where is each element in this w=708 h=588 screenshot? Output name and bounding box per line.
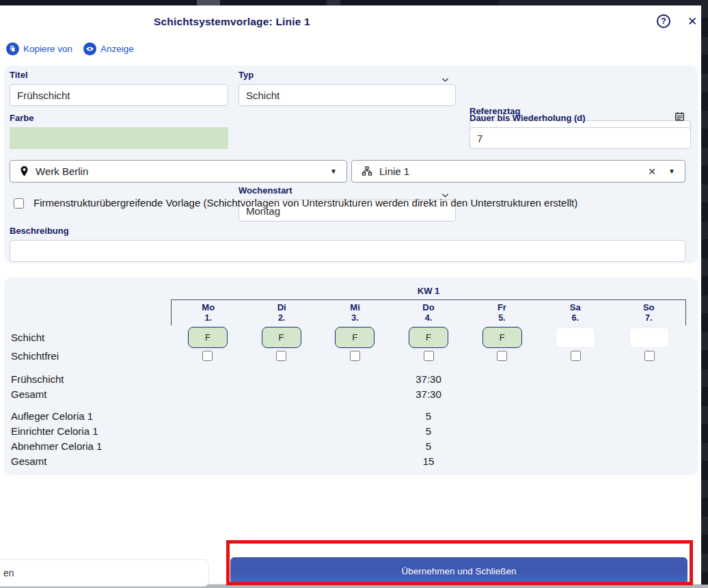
wochenstart-label: Wochenstart	[239, 185, 456, 196]
apply-and-close-button[interactable]: Übernehmen und Schließen	[230, 557, 687, 585]
staffing-row-value: 5	[171, 410, 686, 422]
shift-button-do[interactable]: F	[409, 327, 448, 348]
dauer-input[interactable]	[469, 127, 691, 149]
day-header-row: Mo 1. Di 2. Mi 3. Do 4. Fr 5. Sa 6.	[171, 299, 686, 325]
shiftfree-checkbox-mi[interactable]	[350, 351, 360, 361]
farbe-label: Farbe	[10, 113, 228, 123]
copy-from-label: Kopiere von	[23, 44, 72, 54]
shift-free-row	[171, 351, 686, 361]
shiftfree-checkbox-mo[interactable]	[202, 351, 213, 361]
shiftfree-checkbox-so[interactable]	[644, 351, 655, 361]
substructure-dropdown[interactable]: Linie 1 ✕ ▼	[351, 160, 685, 183]
hierarchy-icon	[362, 166, 372, 177]
titel-label: Titel	[10, 70, 228, 80]
field-titel: Titel	[10, 70, 228, 106]
staffing-row-value: 5	[171, 440, 686, 452]
field-typ: Typ	[239, 70, 456, 106]
color-swatch[interactable]	[10, 127, 228, 149]
display-button[interactable]: Anzeige	[83, 42, 134, 55]
day-header-fr: Fr 5.	[465, 300, 539, 325]
cross-structure-label: Firmenstrukturübergreifende Vorlage (Sch…	[33, 197, 577, 209]
copy-icon	[6, 42, 19, 55]
dropdown-arrow-icon: ▼	[330, 168, 337, 175]
field-farbe: Farbe	[10, 113, 228, 149]
shift-free-row-label: Schichtfrei	[11, 350, 59, 362]
dialog-title: Schichtsystemvorlage: Linie 1	[154, 16, 310, 28]
cross-structure-checkbox[interactable]	[14, 198, 24, 209]
shiftfree-checkbox-sa[interactable]	[571, 351, 581, 361]
beschreibung-label: Beschreibung	[10, 226, 685, 236]
schedule-panel: KW 1 Mo 1. Di 2. Mi 3. Do 4. Fr 5.	[4, 278, 698, 475]
week-header: KW 1	[171, 286, 686, 296]
dropdown-arrow-icon: ▼	[668, 168, 675, 175]
day-header-sa: Sa 6.	[539, 300, 612, 325]
hours-row-value: 37:30	[171, 373, 686, 385]
hours-total-value: 37:30	[171, 388, 686, 400]
day-header-so: So 7.	[612, 300, 685, 325]
day-header-mo: Mo 1.	[172, 300, 245, 325]
typ-select[interactable]	[239, 84, 456, 106]
shift-row-label: Schicht	[11, 332, 44, 343]
copy-from-button[interactable]: Kopiere von	[6, 42, 72, 55]
structure-value: Werk Berlin	[36, 165, 88, 177]
close-icon[interactable]: ✕	[685, 14, 700, 29]
display-label: Anzeige	[100, 44, 134, 54]
shift-button-fr[interactable]: F	[482, 327, 522, 348]
beschreibung-input[interactable]	[10, 240, 685, 262]
top-edge-segment	[499, 0, 701, 5]
staffing-total-label: Gesamt	[11, 455, 47, 467]
secondary-button-partial[interactable]: en	[0, 559, 209, 587]
shiftfree-checkbox-fr[interactable]	[497, 351, 507, 361]
window-top-edge	[0, 0, 708, 5]
shift-button-mi[interactable]: F	[335, 327, 375, 348]
hours-total-label: Gesamt	[11, 388, 47, 400]
shift-button-mo[interactable]: F	[188, 327, 228, 348]
hours-row-label: Frühschicht	[11, 373, 64, 385]
typ-label: Typ	[239, 70, 456, 80]
top-edge-segment	[197, 0, 220, 5]
structure-dropdown[interactable]: Werk Berlin ▼	[10, 160, 347, 183]
shiftfree-checkbox-do[interactable]	[424, 351, 434, 361]
staffing-row-label: Einrichter Celoria 1	[11, 425, 98, 437]
field-dauer: Dauer bis Wiederholung (d)	[469, 113, 691, 149]
shift-row: F F F F F	[171, 327, 686, 348]
dauer-label: Dauer bis Wiederholung (d)	[469, 113, 691, 123]
field-beschreibung: Beschreibung	[10, 226, 685, 262]
form-panel: Titel Typ Referenztag	[4, 66, 698, 263]
shiftfree-checkbox-di[interactable]	[276, 351, 286, 361]
toolbar: Kopiere von Anzeige	[6, 42, 134, 55]
substructure-value: Linie 1	[379, 165, 409, 177]
shift-input-sa[interactable]	[556, 328, 595, 348]
cross-structure-row: Firmenstrukturübergreifende Vorlage (Sch…	[14, 197, 577, 209]
help-icon[interactable]: ?	[657, 14, 670, 28]
eye-icon	[83, 42, 96, 55]
day-header-di: Di 2.	[245, 300, 318, 325]
staffing-row-value: 5	[171, 425, 686, 437]
day-header-do: Do 4.	[392, 300, 465, 325]
shift-button-di[interactable]: F	[262, 327, 301, 348]
titel-input[interactable]	[10, 84, 228, 106]
background-right-edge	[701, 0, 708, 588]
staffing-row-label: Aufleger Celoria 1	[11, 410, 93, 422]
day-header-mi: Mi 3.	[318, 300, 392, 325]
shift-input-so[interactable]	[629, 328, 669, 348]
top-edge-segment	[327, 0, 340, 5]
clear-icon[interactable]: ✕	[648, 166, 656, 177]
staffing-row-label: Abnehmer Celoria 1	[11, 440, 102, 452]
location-pin-icon	[20, 165, 29, 177]
shift-template-dialog: Schichtsystemvorlage: Linie 1 ? ✕ Kopier…	[0, 5, 701, 585]
staffing-total-value: 15	[171, 455, 686, 467]
